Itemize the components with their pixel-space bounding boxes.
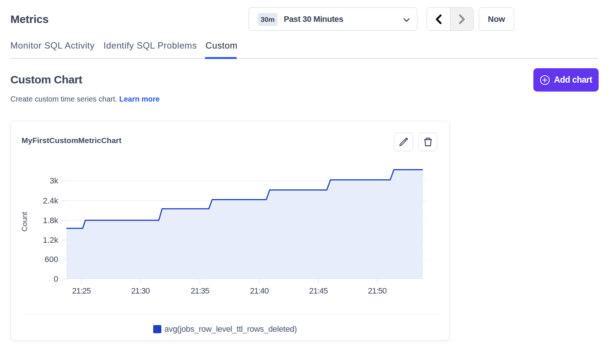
svg-text:0: 0	[54, 274, 58, 284]
svg-text:21:45: 21:45	[309, 287, 328, 295]
svg-text:1.8k: 1.8k	[43, 216, 59, 225]
svg-text:21:40: 21:40	[250, 287, 269, 295]
svg-text:21:50: 21:50	[368, 287, 387, 295]
svg-text:3k: 3k	[50, 176, 59, 185]
svg-text:21:25: 21:25	[72, 287, 91, 295]
svg-text:1.2k: 1.2k	[43, 235, 59, 245]
svg-text:Count: Count	[20, 212, 29, 232]
svg-text:600: 600	[45, 255, 58, 264]
svg-text:2.4k: 2.4k	[43, 196, 59, 205]
svg-text:21:30: 21:30	[131, 287, 150, 295]
svg-text:21:35: 21:35	[191, 287, 210, 295]
